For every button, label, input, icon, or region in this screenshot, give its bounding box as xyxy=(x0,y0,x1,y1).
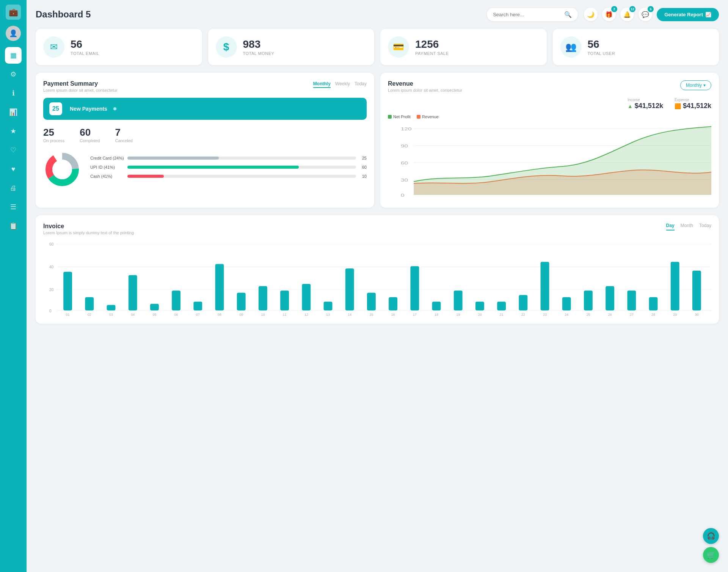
tab-weekly[interactable]: Weekly xyxy=(335,80,350,88)
stat-completed: 60 Completed xyxy=(80,127,100,143)
invoice-title: Invoice xyxy=(43,223,134,230)
prog-cash-track xyxy=(127,175,356,178)
invoice-bar-chart-svg: 60 40 20 0 01020304050607080910111213141… xyxy=(43,240,711,324)
expense-icon: 🟧 xyxy=(675,103,681,109)
prog-cash: Cash (41%) 10 xyxy=(90,174,367,179)
gift-button[interactable]: 🎁 2 xyxy=(602,8,616,21)
stat-user-info: 56 TOTAL USER xyxy=(588,38,615,56)
money-icon: $ xyxy=(216,36,237,58)
headset-icon: 🎧 xyxy=(707,532,715,540)
revenue-subtitle: Lorem ipsum dolor sit amet, consectetur xyxy=(388,88,462,92)
bar-item xyxy=(606,286,614,310)
bar-x-label: 16 xyxy=(391,313,395,317)
bar-item xyxy=(367,293,376,310)
bar-x-label: 11 xyxy=(283,313,287,317)
bar-item xyxy=(649,297,658,310)
generate-report-button[interactable]: Generate Report 📈 xyxy=(657,8,719,21)
stat-on-process: 25 On process xyxy=(43,127,64,143)
float-cart-button[interactable]: 🛒 xyxy=(703,547,719,563)
float-support-button[interactable]: 🎧 xyxy=(703,528,719,544)
stat-card-email: ✉ 56 TOTAL EMAIL xyxy=(36,29,202,65)
bar-x-label: 08 xyxy=(218,313,221,317)
settings-icon: ⚙ xyxy=(10,70,16,78)
income-value: ▲ $41,512k xyxy=(628,102,663,110)
new-payments-dot xyxy=(113,107,116,110)
sidebar-item-settings[interactable]: ⚙ xyxy=(5,66,22,83)
on-process-number: 25 xyxy=(43,127,64,138)
income-meta: Income ▲ $41,512k xyxy=(628,98,663,110)
invoice-bar-chart: 60 40 20 0 01020304050607080910111213141… xyxy=(43,240,711,316)
tab-monthly[interactable]: Monthly xyxy=(313,80,331,88)
expense-value: 🟧 $41,512k xyxy=(675,102,711,110)
wallet-icon: 💼 xyxy=(9,8,18,17)
sidebar-item-chart[interactable]: 📊 xyxy=(5,104,22,121)
sidebar-item-list[interactable]: 📋 xyxy=(5,218,22,234)
sidebar-item-dashboard[interactable]: ▦ xyxy=(5,47,22,64)
svg-text:20: 20 xyxy=(49,288,54,292)
invoice-tab-month[interactable]: Month xyxy=(681,223,693,230)
bar-item xyxy=(692,271,701,310)
middle-row: Payment Summary Lorem ipsum dolor sit am… xyxy=(36,73,719,208)
prog-credit-track xyxy=(127,157,356,160)
sidebar-logo[interactable]: 💼 xyxy=(6,5,21,20)
bar-item xyxy=(150,304,159,311)
sidebar-item-info[interactable]: ℹ xyxy=(5,85,22,102)
search-input[interactable] xyxy=(493,12,561,17)
bar-x-label: 07 xyxy=(196,313,200,317)
header-icons: 🌙 🎁 2 🔔 12 💬 5 xyxy=(584,8,652,21)
sidebar-item-print[interactable]: 🖨 xyxy=(5,180,22,196)
bar-item xyxy=(389,297,397,310)
user-label: TOTAL USER xyxy=(588,51,615,56)
svg-text:40: 40 xyxy=(49,265,54,269)
bar-item xyxy=(454,291,463,311)
svg-text:0: 0 xyxy=(49,309,52,313)
payment-label: PAYMENT SALE xyxy=(415,51,449,56)
dark-mode-button[interactable]: 🌙 xyxy=(584,8,598,21)
email-icon: ✉ xyxy=(43,36,64,58)
canceled-label: Canceled xyxy=(115,138,132,143)
prog-cash-fill xyxy=(127,175,164,178)
bell-button[interactable]: 🔔 12 xyxy=(620,8,634,21)
stat-email-info: 56 TOTAL EMAIL xyxy=(71,38,99,56)
completed-number: 60 xyxy=(80,127,100,138)
legend-revenue: Revenue xyxy=(417,114,439,119)
stat-canceled: 7 Canceled xyxy=(115,127,132,143)
bar-item xyxy=(475,302,484,310)
user-avatar[interactable]: 👤 xyxy=(6,26,21,41)
payment-summary-panel: Payment Summary Lorem ipsum dolor sit am… xyxy=(36,73,374,208)
bar-item xyxy=(193,302,202,310)
bar-x-label: 06 xyxy=(174,313,178,317)
bar-x-label: 12 xyxy=(304,313,308,317)
prog-upi-track xyxy=(127,166,356,169)
money-number: 983 xyxy=(243,38,275,50)
chat-button[interactable]: 💬 5 xyxy=(639,8,652,21)
bar-x-label: 09 xyxy=(239,313,243,317)
chevron-down-icon: ▾ xyxy=(703,83,706,88)
prog-credit-fill xyxy=(127,157,219,160)
svg-text:120: 120 xyxy=(401,127,412,131)
sidebar-item-star[interactable]: ★ xyxy=(5,123,22,139)
bar-item xyxy=(541,262,549,310)
email-number: 56 xyxy=(71,38,99,50)
sidebar-item-heart-outline[interactable]: ♡ xyxy=(5,142,22,158)
expense-meta: Expense 🟧 $41,512k xyxy=(675,98,711,110)
bar-x-label: 22 xyxy=(521,313,525,317)
prog-upi-fill xyxy=(127,166,299,169)
net-profit-label: Net Profit xyxy=(393,114,411,119)
tab-today[interactable]: Today xyxy=(355,80,367,88)
bar-x-label: 03 xyxy=(109,313,113,317)
svg-text:0: 0 xyxy=(401,193,405,197)
revenue-panel: Revenue Lorem ipsum dolor sit amet, cons… xyxy=(380,73,719,208)
manage-payment-link[interactable]: Manage payment › xyxy=(321,106,361,111)
bar-item xyxy=(85,297,94,310)
revenue-dropdown-button[interactable]: Monthly ▾ xyxy=(680,80,711,90)
invoice-tab-today[interactable]: Today xyxy=(699,223,711,230)
prog-credit-card: Credit Card (24%) 25 xyxy=(90,156,367,160)
bar-item xyxy=(519,295,527,310)
bar-item xyxy=(237,293,246,310)
search-icon[interactable]: 🔍 xyxy=(564,11,572,18)
revenue-title: Revenue xyxy=(388,80,462,87)
sidebar-item-heart-fill[interactable]: ♥ xyxy=(5,161,22,177)
invoice-tab-day[interactable]: Day xyxy=(666,223,675,230)
sidebar-item-menu[interactable]: ☰ xyxy=(5,199,22,215)
